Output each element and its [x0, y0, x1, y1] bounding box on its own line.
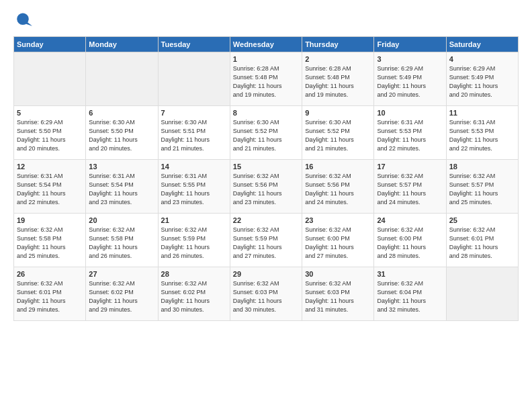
day-info: Sunrise: 6:32 AM Sunset: 5:59 PM Dayligh…	[161, 226, 227, 261]
calendar-cell: 31Sunrise: 6:32 AM Sunset: 6:04 PM Dayli…	[374, 267, 446, 321]
day-number: 17	[377, 163, 443, 171]
calendar-cell: 29Sunrise: 6:32 AM Sunset: 6:03 PM Dayli…	[230, 267, 302, 321]
calendar-cell: 11Sunrise: 6:31 AM Sunset: 5:53 PM Dayli…	[446, 106, 518, 160]
day-number: 21	[161, 216, 227, 224]
calendar-cell: 22Sunrise: 6:32 AM Sunset: 5:59 PM Dayli…	[230, 214, 302, 267]
logo-icon	[13, 11, 32, 30]
day-number: 1	[233, 55, 299, 63]
day-info: Sunrise: 6:32 AM Sunset: 6:03 PM Dayligh…	[233, 279, 299, 314]
calendar-week-4: 19Sunrise: 6:32 AM Sunset: 5:58 PM Dayli…	[14, 214, 519, 267]
day-number: 18	[449, 163, 515, 171]
day-number: 12	[17, 163, 83, 171]
day-info: Sunrise: 6:32 AM Sunset: 5:59 PM Dayligh…	[233, 226, 299, 261]
calendar-week-5: 26Sunrise: 6:32 AM Sunset: 6:01 PM Dayli…	[14, 267, 519, 321]
day-info: Sunrise: 6:30 AM Sunset: 5:52 PM Dayligh…	[233, 118, 299, 153]
day-number: 15	[233, 163, 299, 171]
day-info: Sunrise: 6:32 AM Sunset: 6:02 PM Dayligh…	[161, 279, 227, 314]
calendar-cell: 17Sunrise: 6:32 AM Sunset: 5:57 PM Dayli…	[374, 160, 446, 214]
day-info: Sunrise: 6:31 AM Sunset: 5:53 PM Dayligh…	[377, 118, 443, 153]
calendar-cell	[86, 52, 158, 106]
calendar-cell: 14Sunrise: 6:31 AM Sunset: 5:55 PM Dayli…	[158, 160, 230, 214]
day-info: Sunrise: 6:32 AM Sunset: 5:58 PM Dayligh…	[89, 226, 154, 261]
day-info: Sunrise: 6:29 AM Sunset: 5:49 PM Dayligh…	[449, 64, 515, 99]
day-number: 2	[305, 55, 371, 63]
calendar-cell: 10Sunrise: 6:31 AM Sunset: 5:53 PM Dayli…	[374, 106, 446, 160]
day-number: 22	[233, 216, 299, 224]
calendar-header-friday: Friday	[374, 37, 446, 52]
day-info: Sunrise: 6:31 AM Sunset: 5:55 PM Dayligh…	[161, 172, 227, 207]
calendar-cell: 15Sunrise: 6:32 AM Sunset: 5:56 PM Dayli…	[230, 160, 302, 214]
day-number: 6	[89, 109, 154, 117]
calendar-cell: 13Sunrise: 6:31 AM Sunset: 5:54 PM Dayli…	[86, 160, 158, 214]
day-number: 23	[305, 216, 371, 224]
day-number: 30	[305, 270, 371, 278]
calendar-cell	[158, 52, 230, 106]
day-number: 5	[17, 109, 83, 117]
day-number: 27	[89, 270, 154, 278]
calendar-cell: 8Sunrise: 6:30 AM Sunset: 5:52 PM Daylig…	[230, 106, 302, 160]
calendar-cell: 25Sunrise: 6:32 AM Sunset: 6:01 PM Dayli…	[446, 214, 518, 267]
calendar-cell	[14, 52, 86, 106]
calendar-cell: 26Sunrise: 6:32 AM Sunset: 6:01 PM Dayli…	[14, 267, 86, 321]
calendar-cell: 21Sunrise: 6:32 AM Sunset: 5:59 PM Dayli…	[158, 214, 230, 267]
day-info: Sunrise: 6:30 AM Sunset: 5:52 PM Dayligh…	[305, 118, 371, 153]
calendar-cell: 30Sunrise: 6:32 AM Sunset: 6:03 PM Dayli…	[302, 267, 374, 321]
day-number: 31	[377, 270, 443, 278]
calendar-cell: 19Sunrise: 6:32 AM Sunset: 5:58 PM Dayli…	[14, 214, 86, 267]
calendar-header-monday: Monday	[86, 37, 158, 52]
calendar-week-2: 5Sunrise: 6:29 AM Sunset: 5:50 PM Daylig…	[14, 106, 519, 160]
day-info: Sunrise: 6:32 AM Sunset: 6:03 PM Dayligh…	[305, 279, 371, 314]
calendar-cell: 18Sunrise: 6:32 AM Sunset: 5:57 PM Dayli…	[446, 160, 518, 214]
day-info: Sunrise: 6:32 AM Sunset: 6:02 PM Dayligh…	[89, 279, 154, 314]
calendar-cell: 5Sunrise: 6:29 AM Sunset: 5:50 PM Daylig…	[14, 106, 86, 160]
calendar-cell: 7Sunrise: 6:30 AM Sunset: 5:51 PM Daylig…	[158, 106, 230, 160]
calendar-cell: 23Sunrise: 6:32 AM Sunset: 6:00 PM Dayli…	[302, 214, 374, 267]
day-number: 26	[17, 270, 83, 278]
page: SundayMondayTuesdayWednesdayThursdayFrid…	[0, 0, 532, 411]
calendar-cell: 24Sunrise: 6:32 AM Sunset: 6:00 PM Dayli…	[374, 214, 446, 267]
day-info: Sunrise: 6:31 AM Sunset: 5:54 PM Dayligh…	[17, 172, 83, 207]
calendar-cell: 27Sunrise: 6:32 AM Sunset: 6:02 PM Dayli…	[86, 267, 158, 321]
day-info: Sunrise: 6:32 AM Sunset: 5:57 PM Dayligh…	[377, 172, 443, 207]
day-info: Sunrise: 6:32 AM Sunset: 6:04 PM Dayligh…	[377, 279, 443, 314]
calendar-header-row: SundayMondayTuesdayWednesdayThursdayFrid…	[14, 37, 519, 52]
calendar-cell	[446, 267, 518, 321]
day-info: Sunrise: 6:32 AM Sunset: 5:56 PM Dayligh…	[305, 172, 371, 207]
day-number: 19	[17, 216, 83, 224]
day-info: Sunrise: 6:31 AM Sunset: 5:54 PM Dayligh…	[89, 172, 154, 207]
logo	[13, 11, 35, 30]
calendar-header-sunday: Sunday	[14, 37, 86, 52]
calendar-cell: 4Sunrise: 6:29 AM Sunset: 5:49 PM Daylig…	[446, 52, 518, 106]
day-number: 10	[377, 109, 443, 117]
calendar-cell: 9Sunrise: 6:30 AM Sunset: 5:52 PM Daylig…	[302, 106, 374, 160]
calendar-cell: 2Sunrise: 6:28 AM Sunset: 5:48 PM Daylig…	[302, 52, 374, 106]
svg-marker-1	[26, 21, 33, 26]
day-number: 7	[161, 109, 227, 117]
calendar-table: SundayMondayTuesdayWednesdayThursdayFrid…	[13, 36, 519, 321]
day-info: Sunrise: 6:32 AM Sunset: 5:56 PM Dayligh…	[233, 172, 299, 207]
calendar-header-thursday: Thursday	[302, 37, 374, 52]
calendar-cell: 12Sunrise: 6:31 AM Sunset: 5:54 PM Dayli…	[14, 160, 86, 214]
day-number: 8	[233, 109, 299, 117]
day-info: Sunrise: 6:32 AM Sunset: 6:01 PM Dayligh…	[17, 279, 83, 314]
calendar-cell: 6Sunrise: 6:30 AM Sunset: 5:50 PM Daylig…	[86, 106, 158, 160]
header	[13, 11, 519, 30]
calendar-header-saturday: Saturday	[446, 37, 518, 52]
calendar-header-tuesday: Tuesday	[158, 37, 230, 52]
day-number: 9	[305, 109, 371, 117]
calendar-cell: 1Sunrise: 6:28 AM Sunset: 5:48 PM Daylig…	[230, 52, 302, 106]
calendar-cell: 16Sunrise: 6:32 AM Sunset: 5:56 PM Dayli…	[302, 160, 374, 214]
day-number: 3	[377, 55, 443, 63]
day-info: Sunrise: 6:30 AM Sunset: 5:51 PM Dayligh…	[161, 118, 227, 153]
day-number: 16	[305, 163, 371, 171]
day-number: 11	[449, 109, 515, 117]
day-info: Sunrise: 6:32 AM Sunset: 6:00 PM Dayligh…	[377, 226, 443, 261]
day-number: 25	[449, 216, 515, 224]
day-info: Sunrise: 6:32 AM Sunset: 6:01 PM Dayligh…	[449, 226, 515, 261]
day-number: 13	[89, 163, 154, 171]
day-info: Sunrise: 6:29 AM Sunset: 5:49 PM Dayligh…	[377, 64, 443, 99]
day-info: Sunrise: 6:32 AM Sunset: 6:00 PM Dayligh…	[305, 226, 371, 261]
day-info: Sunrise: 6:28 AM Sunset: 5:48 PM Dayligh…	[233, 64, 299, 99]
calendar-cell: 20Sunrise: 6:32 AM Sunset: 5:58 PM Dayli…	[86, 214, 158, 267]
day-info: Sunrise: 6:32 AM Sunset: 5:57 PM Dayligh…	[449, 172, 515, 207]
